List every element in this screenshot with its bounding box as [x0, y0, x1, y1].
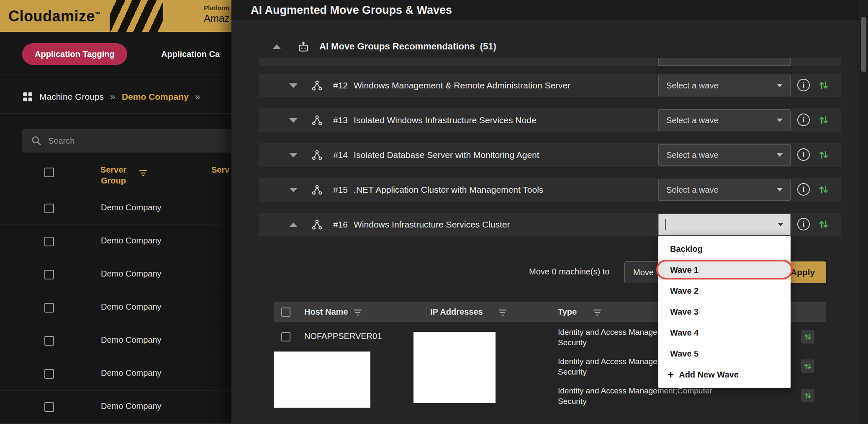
- group-row-13[interactable]: #13 Isolated Windows Infrastructure Serv…: [259, 109, 841, 132]
- expand-icon[interactable]: [289, 118, 298, 123]
- table-row[interactable]: Demo Company: [0, 258, 231, 291]
- recommendations-title: AI Move Groups Recommendations: [319, 41, 475, 52]
- row-checkbox[interactable]: [44, 270, 54, 279]
- wave-select-dropdown[interactable]: Select a wave: [658, 179, 791, 201]
- swap-icon-button[interactable]: [801, 330, 814, 344]
- group-name: Isolated Windows Infrastructure Services…: [354, 115, 537, 125]
- swap-vertical-icon[interactable]: [818, 184, 829, 195]
- ai-move-groups-panel: AI Augmented Move Groups & Waves AI Move…: [231, 0, 859, 424]
- row-label: Demo Company: [101, 368, 162, 378]
- expand-icon[interactable]: [289, 153, 298, 158]
- row-label: Demo Company: [101, 302, 162, 312]
- table-row[interactable]: Demo Company: [0, 192, 231, 225]
- table-row[interactable]: Demo Company: [0, 225, 231, 258]
- wave-option-wave-3[interactable]: Wave 3: [658, 301, 791, 322]
- type-line: Security: [558, 396, 712, 406]
- option-label: Wave 5: [670, 349, 699, 359]
- filter-icon[interactable]: [593, 309, 601, 316]
- row-checkbox[interactable]: [44, 204, 54, 213]
- tab-label: Application Ca: [161, 49, 220, 59]
- column-host-name: Host Name: [304, 307, 348, 317]
- column-server-group: Server Group: [92, 164, 134, 186]
- wave-select-dropdown[interactable]: Select a wave: [658, 144, 791, 166]
- expand-icon[interactable]: [289, 188, 298, 192]
- column-type: Type: [558, 307, 577, 317]
- swap-icon-button[interactable]: [801, 359, 814, 373]
- row-checkbox[interactable]: [44, 336, 54, 346]
- expand-icon[interactable]: [289, 83, 298, 88]
- row-checkbox[interactable]: [44, 369, 54, 379]
- app-header: Cloudamize™ Platform Amaz: [0, 0, 231, 32]
- row-checkbox[interactable]: [44, 303, 54, 313]
- info-icon[interactable]: i: [797, 148, 810, 161]
- search-input[interactable]: [22, 129, 231, 153]
- move-group-cluster-icon: [312, 80, 322, 90]
- table-row[interactable]: Demo Company: [0, 324, 231, 357]
- move-group-cluster-icon: [312, 185, 322, 195]
- wave-select-value: Select a wave: [666, 150, 719, 160]
- wave-option-wave-1[interactable]: Wave 1: [658, 259, 791, 280]
- breadcrumb-demo-company[interactable]: Demo Company: [122, 92, 189, 102]
- wave-select-value: Select a wave: [666, 185, 719, 195]
- tab-application-tagging[interactable]: Application Tagging: [22, 43, 127, 65]
- table-row[interactable]: Demo Company: [0, 291, 231, 324]
- wave-select-dropdown[interactable]: Select a wave: [658, 109, 791, 131]
- group-row-14[interactable]: #14 Isolated Database Server with Monito…: [259, 143, 841, 167]
- trademark-symbol: ™: [95, 11, 101, 17]
- swap-vertical-icon[interactable]: [818, 219, 829, 230]
- filter-icon[interactable]: [139, 169, 147, 177]
- row-label: Demo Company: [101, 269, 162, 279]
- filter-icon[interactable]: [354, 309, 362, 316]
- swap-vertical-icon: [804, 362, 812, 370]
- search-icon: [31, 136, 41, 146]
- group-row-16-expanded[interactable]: #16 Windows Infrastructure Services Clus…: [259, 213, 841, 236]
- table-row[interactable]: Demo Company: [0, 357, 231, 390]
- divider: [0, 113, 231, 114]
- server-group-rows: Demo Company Demo Company Demo Company D…: [0, 192, 231, 424]
- background-app: Cloudamize™ Platform Amaz Application Ta…: [0, 0, 231, 424]
- collapse-icon[interactable]: [289, 222, 298, 227]
- wave-option-wave-5[interactable]: Wave 5: [658, 343, 791, 364]
- machine-groups-icon: [22, 91, 33, 102]
- swap-vertical-icon[interactable]: [818, 80, 829, 90]
- info-icon[interactable]: i: [797, 183, 810, 196]
- logo-stripes-decoration: [110, 0, 163, 32]
- wave-select-dropdown[interactable]: Select a wave: [658, 75, 791, 96]
- row-checkbox[interactable]: [44, 402, 54, 412]
- group-row-15[interactable]: #15 .NET Application Cluster with Manage…: [259, 178, 841, 202]
- platform-value: Amaz: [204, 13, 229, 24]
- cloudamize-logo: Cloudamize™: [8, 8, 101, 25]
- swap-icon-button[interactable]: [801, 389, 814, 402]
- filter-icon[interactable]: [498, 309, 507, 316]
- column-ip-addresses: IP Addresses: [430, 307, 483, 317]
- move-button-label: Move: [633, 268, 654, 277]
- collapse-icon[interactable]: [272, 44, 281, 49]
- info-icon[interactable]: i: [797, 218, 810, 230]
- row-checkbox[interactable]: [281, 332, 290, 341]
- swap-vertical-icon: [804, 391, 812, 400]
- platform-label: Platform: [204, 4, 229, 11]
- tab-application-categorization[interactable]: Application Ca: [161, 49, 220, 59]
- table-row[interactable]: Demo Company: [0, 390, 231, 424]
- breadcrumb-machine-groups[interactable]: Machine Groups: [39, 92, 104, 102]
- group-name: Isolated Database Server with Monitoring…: [354, 150, 539, 160]
- wave-option-wave-4[interactable]: Wave 4: [658, 322, 791, 343]
- group-row-12[interactable]: #12 Windows Management & Remote Administ…: [259, 74, 841, 97]
- option-label: Wave 3: [670, 307, 699, 317]
- wave-combobox-open[interactable]: [658, 214, 791, 235]
- wave-option-wave-2[interactable]: Wave 2: [658, 280, 791, 301]
- chevron-down-icon: [777, 84, 783, 87]
- add-new-wave-option[interactable]: + Add New Wave: [658, 364, 791, 385]
- select-all-checkbox[interactable]: [281, 308, 290, 317]
- info-icon[interactable]: i: [797, 79, 810, 91]
- row-checkbox[interactable]: [44, 237, 54, 246]
- select-all-checkbox[interactable]: [44, 168, 54, 177]
- info-icon[interactable]: i: [797, 114, 810, 126]
- apply-button-label: Apply: [791, 267, 815, 277]
- swap-vertical-icon[interactable]: [818, 114, 829, 125]
- scrollbar-thumb[interactable]: [861, 17, 866, 72]
- swap-vertical-icon[interactable]: [818, 149, 829, 160]
- move-group-cluster-icon: [312, 115, 322, 125]
- wave-option-backlog[interactable]: Backlog: [658, 238, 791, 259]
- search-field[interactable]: [48, 136, 216, 146]
